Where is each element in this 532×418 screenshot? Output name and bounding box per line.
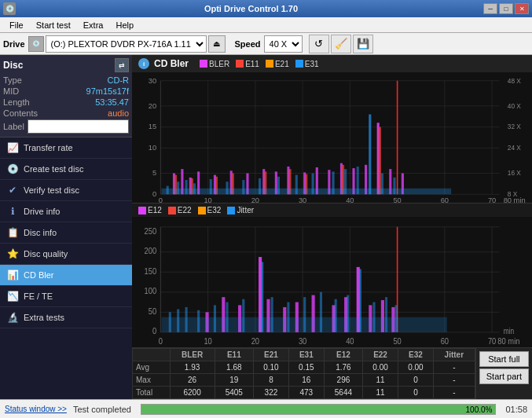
svg-rect-134 — [214, 305, 216, 332]
eject-button[interactable]: ⏏ — [208, 35, 226, 53]
type-value: CD-R — [108, 75, 130, 85]
svg-rect-70 — [210, 179, 212, 194]
max-e22: 11 — [363, 374, 398, 387]
status-window-button[interactable]: Status window >> — [5, 405, 67, 413]
legend-e32: E32 — [198, 206, 222, 214]
title-bar: 💿 Opti Drive Control 1.70 ─ □ ✕ — [0, 0, 532, 17]
svg-text:70: 70 — [488, 336, 497, 346]
svg-rect-145 — [372, 302, 375, 332]
sidebar-item-transfer-rate[interactable]: 📈 Transfer rate — [0, 138, 132, 159]
svg-text:0: 0 — [152, 327, 156, 336]
start-part-button[interactable]: Start part — [479, 368, 529, 384]
label-input[interactable] — [28, 119, 129, 134]
sidebar-item-fe-te[interactable]: 📉 FE / TE — [0, 286, 132, 307]
svg-rect-135 — [226, 302, 228, 332]
menu-help[interactable]: Help — [109, 19, 140, 31]
save-icon[interactable]: 💾 — [353, 35, 373, 53]
svg-text:60: 60 — [441, 196, 449, 203]
sidebar-item-create-test-disc[interactable]: 💿 Create test disc — [0, 159, 132, 180]
legend-e22: E22 — [168, 206, 192, 214]
menu-start-test[interactable]: Start test — [30, 19, 77, 31]
minimize-button[interactable]: ─ — [483, 3, 497, 14]
svg-text:16 X: 16 X — [508, 169, 521, 177]
max-bler: 26 — [170, 374, 215, 387]
svg-rect-79 — [357, 167, 359, 194]
disc-title: Disc — [3, 60, 23, 71]
total-e22: 11 — [363, 387, 398, 399]
max-e11: 19 — [215, 374, 253, 387]
speed-dropdown[interactable]: 40 X — [264, 35, 303, 53]
avg-e21: 0.10 — [253, 361, 288, 374]
sidebar-label-drive-info: Drive info — [24, 207, 60, 216]
svg-rect-141 — [320, 292, 322, 332]
legend-e31: E31 — [295, 60, 319, 68]
svg-text:30: 30 — [299, 336, 307, 346]
sidebar-item-disc-info[interactable]: 📋 Disc info — [0, 222, 132, 244]
col-header-blank — [133, 349, 171, 361]
status-message: Test completed — [73, 405, 131, 414]
start-buttons: Start full Start part — [475, 348, 532, 399]
charts-area: 0 5 10 15 20 30 8 X 16 X 24 X 32 X 40 X … — [132, 72, 532, 347]
avg-e31: 0.15 — [288, 361, 324, 374]
sidebar-item-cd-bler[interactable]: 📊 CD Bler — [0, 265, 132, 286]
eraser-icon[interactable]: 🧹 — [331, 35, 351, 53]
svg-text:70: 70 — [488, 196, 496, 203]
close-button[interactable]: ✕ — [515, 3, 529, 14]
maximize-button[interactable]: □ — [499, 3, 513, 14]
sidebar-item-drive-info[interactable]: ℹ Drive info — [0, 201, 132, 222]
total-e32: 0 — [398, 387, 433, 399]
disc-swap-button[interactable]: ⇄ — [115, 58, 129, 72]
table-row: Max 26 19 8 16 296 11 0 - — [133, 374, 475, 387]
sidebar-label-extra-tests: Extra tests — [24, 313, 64, 322]
sidebar-item-verify-test-disc[interactable]: ✔ Verify test disc — [0, 180, 132, 201]
svg-rect-77 — [332, 171, 335, 194]
svg-rect-139 — [287, 302, 289, 332]
drive-dropdown[interactable]: (O:) PLEXTOR DVDR PX-716A 1.11 — [46, 35, 207, 53]
col-header-e22: E22 — [363, 349, 398, 361]
menu-bar: File Start test Extra Help — [0, 17, 532, 33]
svg-text:10: 10 — [204, 336, 212, 346]
max-e12: 296 — [324, 374, 362, 387]
svg-rect-140 — [303, 297, 306, 332]
svg-text:250: 250 — [145, 226, 157, 236]
chart-title-bar: i CD Bler BLER E11 E21 E31 — [132, 55, 532, 72]
sidebar-item-disc-quality[interactable]: ⭐ Disc quality — [0, 244, 132, 265]
col-header-e12: E12 — [324, 349, 362, 361]
chart-title-text: CD Bler — [154, 58, 189, 69]
svg-rect-75 — [295, 175, 298, 195]
svg-text:0: 0 — [152, 189, 156, 198]
disc-panel: Disc ⇄ Type CD-R MID 97m15s17f Length 53… — [0, 55, 132, 138]
legend-e21: E21 — [266, 60, 289, 68]
upper-chart: 0 5 10 15 20 30 8 X 16 X 24 X 32 X 40 X … — [132, 72, 532, 204]
max-e21: 8 — [253, 374, 288, 387]
legend-jitter: Jitter — [227, 206, 254, 214]
svg-rect-132 — [185, 307, 188, 332]
legend-e11: E11 — [236, 60, 259, 68]
refresh-icon[interactable]: ↺ — [309, 35, 329, 53]
upper-legend: BLER E11 E21 E31 — [200, 60, 319, 68]
max-e32: 0 — [398, 374, 433, 387]
svg-rect-71 — [226, 182, 228, 194]
svg-rect-68 — [185, 180, 188, 194]
svg-text:30: 30 — [149, 76, 156, 85]
svg-rect-147 — [394, 305, 397, 332]
col-header-e31: E31 — [288, 349, 324, 361]
total-e11: 5405 — [215, 387, 253, 399]
total-e31: 473 — [288, 387, 324, 399]
svg-rect-80 — [369, 115, 371, 195]
content-area: i CD Bler BLER E11 E21 E31 — [132, 55, 532, 399]
sidebar-label-disc-quality: Disc quality — [24, 249, 68, 258]
menu-file[interactable]: File — [3, 19, 30, 31]
start-full-button[interactable]: Start full — [479, 351, 529, 367]
svg-rect-64 — [379, 127, 381, 195]
contents-label: Contents — [3, 108, 38, 118]
drive-icon: 💿 — [28, 36, 44, 52]
stats-table: BLER E11 E21 E31 E12 E22 E32 Jitter Avg — [132, 348, 475, 399]
mid-label: MID — [3, 86, 19, 96]
svg-text:40: 40 — [346, 336, 354, 346]
avg-e32: 0.00 — [398, 361, 433, 374]
menu-extra[interactable]: Extra — [77, 19, 110, 31]
time-display: 01:58 — [505, 405, 527, 414]
cd-bler-icon: 📊 — [6, 269, 19, 281]
sidebar-item-extra-tests[interactable]: 🔬 Extra tests — [0, 307, 132, 328]
